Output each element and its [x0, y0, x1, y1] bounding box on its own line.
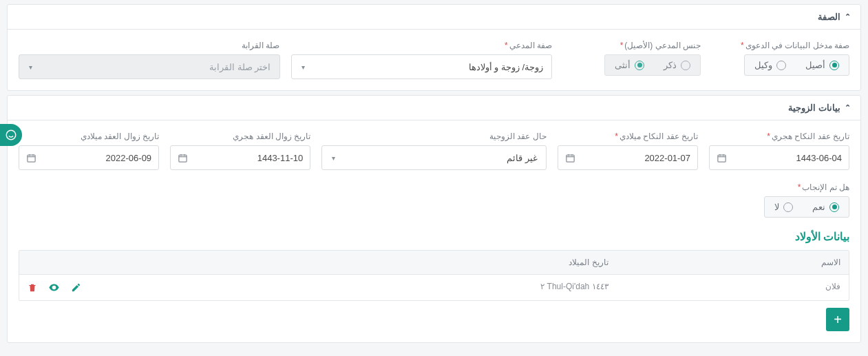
male-radio[interactable]: ذكر	[654, 55, 700, 75]
contract-status-label: حال عقد الزوجية	[321, 132, 547, 141]
add-child-button[interactable]: +	[826, 308, 849, 331]
col-dob: تاريخ الميلاد	[202, 251, 617, 274]
plus-icon: +	[834, 312, 842, 328]
calendar-icon	[26, 153, 36, 163]
trash-icon[interactable]	[28, 283, 37, 293]
chevron-down-icon: ▾	[301, 63, 305, 71]
capacity-panel-body: صفة مدخل البيانات في الدعوى* أصيل وكيل	[8, 30, 860, 90]
edit-icon[interactable]	[71, 282, 81, 293]
accessibility-badge[interactable]	[0, 124, 22, 146]
data-entry-capacity-radios[interactable]: أصيل وكيل	[744, 54, 849, 76]
marriage-hijri-input[interactable]: 1443-06-04	[709, 145, 849, 170]
dissolution-hijri-label: تاريخ زوال العقد هجري	[170, 132, 310, 141]
chevron-down-icon: ▾	[29, 63, 32, 71]
marital-panel-title: بيانات الزوجية	[788, 103, 840, 113]
chevron-up-icon: ⌃	[845, 12, 851, 21]
children-section-title: بيانات الأولاد	[19, 230, 849, 243]
children-no-radio[interactable]: لا	[765, 197, 803, 217]
radio-circle-icon	[681, 61, 690, 70]
capacity-panel: ⌃ الصفة صفة مدخل البيانات في الدعوى* أصي…	[7, 4, 861, 91]
marriage-greg-label: تاريخ عقد النكاح ميلادي*	[558, 132, 698, 141]
principal-radio[interactable]: أصيل	[796, 55, 849, 75]
dissolution-greg-label: تاريخ زوال العقد ميلادي	[19, 132, 159, 141]
svg-rect-2	[179, 155, 187, 162]
marital-panel-header[interactable]: ⌃ بيانات الزوجية	[8, 96, 860, 121]
radio-circle-icon	[829, 202, 839, 212]
marriage-greg-input[interactable]: 2022-01-07	[558, 145, 698, 170]
plaintiff-capacity-label: صفة المدعي*	[291, 41, 553, 50]
data-entry-capacity-label: صفة مدخل البيانات في الدعوى*	[712, 41, 849, 50]
has-children-radios[interactable]: نعم لا	[764, 196, 849, 218]
radio-circle-icon	[776, 61, 786, 70]
children-table: الاسم تاريخ الميلاد فلان ١٤٤٣ Thul-Qi'da…	[19, 250, 849, 301]
chevron-up-icon: ⌃	[845, 103, 851, 112]
radio-circle-icon	[829, 61, 839, 70]
svg-rect-1	[567, 155, 574, 162]
contract-status-select[interactable]: غير قائم ▾	[321, 145, 547, 170]
child-name: فلان	[617, 275, 849, 300]
dissolution-greg-input[interactable]: 2022-06-09	[19, 145, 159, 170]
eye-icon[interactable]	[48, 282, 60, 293]
plaintiff-gender-label: جنس المدعي (الأصيل)*	[563, 41, 701, 50]
radio-circle-icon	[783, 202, 793, 212]
relationship-label: صلة القرابة	[19, 41, 280, 50]
capacity-panel-header[interactable]: ⌃ الصفة	[8, 5, 860, 30]
marital-panel: ⌃ بيانات الزوجية تاريخ عقد النكاح هجري* …	[7, 95, 861, 343]
chevron-down-icon: ▾	[332, 154, 335, 162]
svg-rect-0	[718, 155, 726, 162]
female-radio[interactable]: أنثى	[605, 55, 654, 75]
col-actions	[19, 251, 202, 274]
col-name: الاسم	[617, 251, 849, 274]
children-table-header: الاسم تاريخ الميلاد	[19, 251, 849, 274]
children-yes-radio[interactable]: نعم	[803, 197, 849, 217]
calendar-icon	[178, 153, 188, 163]
calendar-icon	[565, 153, 575, 163]
plaintiff-gender-radios[interactable]: ذكر أنثى	[604, 54, 701, 76]
table-row: فلان ١٤٤٣ Thul-Qi'dah ٢	[19, 274, 849, 300]
svg-rect-3	[28, 155, 35, 162]
svg-point-4	[6, 130, 16, 140]
marital-panel-body: تاريخ عقد النكاح هجري* 1443-06-04 تاريخ …	[8, 121, 860, 342]
capacity-panel-title: الصفة	[818, 12, 840, 22]
has-children-label: هل تم الإنجاب*	[19, 182, 849, 192]
dissolution-hijri-input[interactable]: 1443-11-10	[170, 145, 310, 170]
plaintiff-capacity-select[interactable]: زوجة/ زوجة و أولادها ▾	[291, 54, 553, 79]
agent-radio[interactable]: وكيل	[745, 55, 796, 75]
relationship-select: اختر صلة القرابة ▾	[19, 54, 280, 79]
child-dob: ١٤٤٣ Thul-Qi'dah ٢	[202, 275, 617, 300]
marriage-hijri-label: تاريخ عقد النكاح هجري*	[709, 132, 849, 141]
calendar-icon	[717, 153, 727, 163]
radio-circle-icon	[635, 61, 644, 70]
